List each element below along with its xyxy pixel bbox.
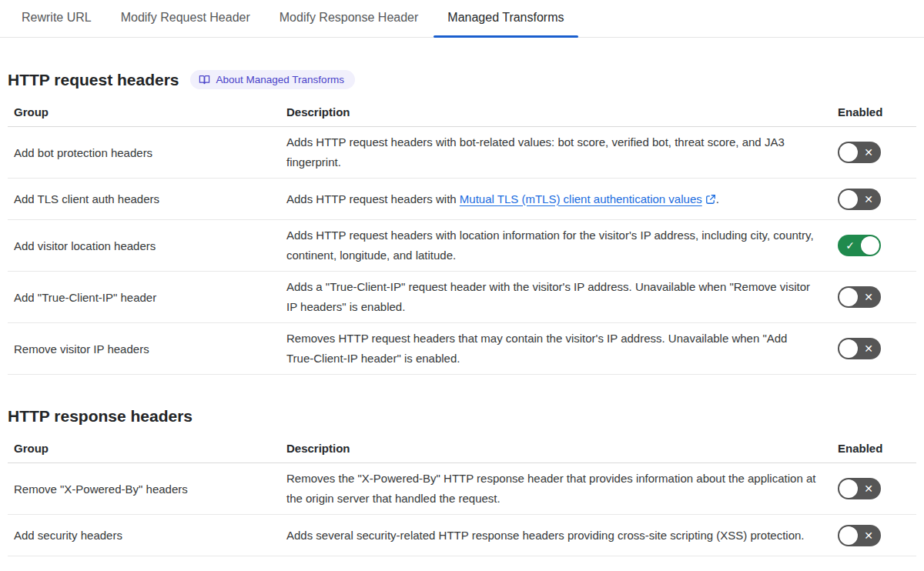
toggle-add-security-headers[interactable]: ✕: [838, 525, 881, 546]
toggle-knob: [839, 143, 858, 162]
toggle-knob: [839, 479, 858, 498]
enabled-cell: ✕: [838, 332, 916, 365]
x-icon: ✕: [858, 343, 879, 354]
row-group-label: Add "True-Client-IP" header: [8, 286, 280, 309]
row-group-label: Remove visitor IP headers: [8, 337, 280, 361]
column-header-enabled: Enabled: [838, 99, 916, 126]
row-description: Removes the "X-Powered-By" HTTP response…: [280, 463, 838, 514]
row-description: Adds a "True-Client-IP" request header w…: [280, 272, 838, 322]
tab-managed-transforms[interactable]: Managed Transforms: [434, 0, 578, 37]
column-header-description: Description: [280, 99, 838, 126]
toggle-knob: [839, 526, 858, 545]
about-badge-label: About Managed Transforms: [216, 75, 345, 85]
table-row: Remove "X-Powered-By" headersRemoves the…: [8, 463, 916, 515]
enabled-cell: ✕: [838, 136, 916, 169]
row-group-label: Add bot protection headers: [8, 141, 280, 165]
row-description: Adds HTTP request headers with location …: [280, 220, 838, 271]
table-header-row: Group Description Enabled: [8, 99, 916, 127]
row-group-label: Add TLS client auth headers: [8, 187, 280, 211]
enabled-cell: ✕: [838, 281, 916, 313]
x-icon: ✕: [858, 194, 879, 205]
page-title: HTTP request headers: [8, 71, 179, 89]
row-description: Removes HTTP request headers that may co…: [280, 323, 838, 374]
column-header-group: Group: [8, 435, 280, 462]
description-link[interactable]: Mutual TLS (mTLS) client authentication …: [460, 192, 716, 205]
table-row: Add "True-Client-IP" headerAdds a "True-…: [8, 272, 916, 323]
table-row: Add bot protection headersAdds HTTP requ…: [8, 127, 916, 179]
response-section-title: HTTP response headers: [8, 407, 192, 426]
check-icon: ✓: [839, 240, 861, 251]
table-row: Add TLS client auth headersAdds HTTP req…: [8, 179, 916, 220]
table-row: Add visitor location headersAdds HTTP re…: [8, 220, 916, 272]
row-description: Adds HTTP request headers with Mutual TL…: [280, 184, 838, 215]
row-group-label: Add security headers: [8, 523, 280, 547]
enabled-cell: ✕: [838, 472, 916, 505]
external-link-icon: [705, 194, 716, 205]
response-section-header: HTTP response headers: [8, 407, 916, 426]
tab-modify-request-header[interactable]: Modify Request Header: [107, 0, 264, 37]
row-group-label: Add visitor location headers: [8, 234, 280, 258]
table-row: Add security headersAdds several securit…: [8, 515, 916, 556]
x-icon: ✕: [858, 292, 879, 302]
table-header-row: Group Description Enabled: [8, 435, 916, 463]
toggle-knob: [839, 339, 858, 358]
toggle-knob: [839, 288, 858, 306]
column-header-enabled: Enabled: [838, 435, 916, 462]
column-header-description: Description: [280, 435, 838, 462]
tab-modify-response-header[interactable]: Modify Response Header: [266, 0, 433, 37]
about-managed-transforms-link[interactable]: About Managed Transforms: [190, 70, 356, 89]
book-icon: [199, 74, 210, 85]
response-headers-table: Group Description Enabled Remove "X-Powe…: [8, 435, 916, 556]
toggle-add-bot-protection-headers[interactable]: ✕: [838, 142, 881, 163]
column-header-group: Group: [8, 99, 280, 126]
tab-bar: Rewrite URL Modify Request Header Modify…: [0, 0, 924, 38]
enabled-cell: ✕: [838, 519, 916, 552]
toggle-knob: [861, 236, 879, 255]
toggle-add-visitor-location-headers[interactable]: ✓: [838, 235, 881, 256]
tab-rewrite-url[interactable]: Rewrite URL: [8, 0, 105, 37]
x-icon: ✕: [858, 530, 879, 541]
x-icon: ✕: [858, 483, 879, 494]
managed-transforms-panel: HTTP request headers About Managed Trans…: [0, 70, 924, 556]
toggle-add-tls-client-auth-headers[interactable]: ✕: [838, 189, 881, 210]
table-row: Remove visitor IP headersRemoves HTTP re…: [8, 323, 916, 375]
request-section-header: HTTP request headers About Managed Trans…: [8, 70, 916, 89]
row-description: Adds HTTP request headers with bot-relat…: [280, 127, 838, 178]
request-headers-table: Group Description Enabled Add bot protec…: [8, 99, 916, 375]
toggle-remove-x-powered-by-headers[interactable]: ✕: [838, 478, 881, 499]
x-icon: ✕: [858, 147, 879, 158]
enabled-cell: ✕: [838, 183, 916, 215]
row-group-label: Remove "X-Powered-By" headers: [8, 477, 280, 501]
row-description: Adds several security-related HTTP respo…: [280, 520, 838, 551]
enabled-cell: ✓: [838, 229, 916, 262]
toggle-knob: [839, 190, 858, 209]
toggle-remove-visitor-ip-headers[interactable]: ✕: [838, 338, 881, 359]
toggle-add-true-client-ip-header[interactable]: ✕: [838, 286, 881, 308]
